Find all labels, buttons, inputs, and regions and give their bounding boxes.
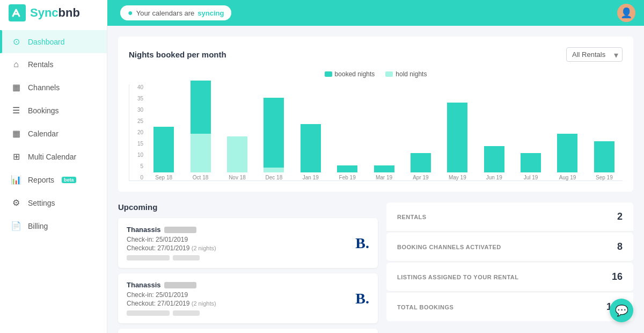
chart-title: Nights booked per month [129, 50, 226, 59]
stat-value-1: 8 [617, 241, 623, 252]
legend-booked-dot [325, 71, 332, 77]
booking-checkin-1: Check-in: 25/01/2019 [127, 291, 355, 299]
bar-label: May 19 [449, 175, 466, 180]
upcoming-title: Upcoming [118, 202, 378, 212]
booking-name-0: Thanassis [127, 226, 355, 234]
bar-group: Oct 18 [182, 84, 218, 180]
sidebar-item-settings[interactable]: ⚙ Settings [0, 191, 107, 214]
chart-filter-select[interactable]: All Rentals [566, 47, 623, 62]
upcoming-section: Upcoming Thanassis Check-in: 25/01/2019 … [118, 202, 378, 333]
bar-hold [227, 136, 247, 173]
tag-blur-3 [127, 310, 170, 316]
bar-label: Nov 18 [229, 175, 246, 180]
bar-label: Apr 19 [413, 175, 428, 180]
bar-label: Dec 18 [266, 175, 283, 180]
bar-group: Dec 18 [255, 84, 292, 180]
legend-hold-label: hold nights [396, 70, 427, 78]
tag-blur-1 [127, 255, 170, 260]
legend-hold: hold nights [385, 70, 427, 78]
name-blur-1 [164, 282, 196, 288]
chat-button[interactable]: 💬 [610, 299, 633, 322]
bar-booked [557, 134, 577, 172]
nights-badge-0: (2 nights) [192, 245, 216, 251]
bar-booked [411, 153, 431, 172]
stat-value-2: 16 [612, 271, 623, 283]
bar-group: Jul 19 [513, 84, 549, 180]
stat-card-2: LISTINGS ASSIGNED TO YOUR RENTAL16 [386, 263, 633, 292]
y-axis: 0510152025303540 [129, 84, 143, 180]
bar-booked [484, 146, 504, 173]
bottom-section: Upcoming Thanassis Check-in: 25/01/2019 … [118, 202, 633, 333]
sync-status: syncing [197, 9, 224, 17]
sidebar: ⊙ Dashboard ⌂ Rentals ▦ Channels ☰ Booki… [0, 26, 107, 333]
sidebar-item-reports[interactable]: 📊 Reports beta [0, 168, 107, 191]
y-axis-label: 35 [129, 96, 143, 102]
bar-label: Jun 19 [486, 175, 502, 180]
sidebar-item-calendar[interactable]: ▦ Calendar [0, 122, 107, 145]
dashboard-icon: ⊙ [11, 37, 21, 47]
beta-badge: beta [62, 177, 76, 183]
sidebar-item-multi-calendar[interactable]: ⊞ Multi Calendar [0, 145, 107, 168]
sidebar-item-billing[interactable]: 📄 Billing [0, 214, 107, 237]
bar-group: May 19 [439, 84, 475, 180]
stats-container: RENTALS2BOOKING CHANNELS ACTIVATED8LISTI… [386, 202, 633, 321]
sidebar-label-multi-calendar: Multi Calendar [28, 153, 76, 161]
bar-group: Apr 19 [402, 84, 439, 180]
bar-booked [301, 124, 321, 172]
booking-card-0: Thanassis Check-in: 25/01/2019 Checkout:… [118, 218, 378, 268]
sidebar-label-channels: Channels [28, 83, 60, 92]
y-axis-label: 20 [129, 129, 143, 135]
sidebar-item-bookings[interactable]: ☰ Bookings [0, 99, 107, 122]
stat-card-3: TOTAL BOOKINGS159 [386, 293, 633, 321]
chart-legend: booked nights hold nights [129, 70, 623, 78]
booking-card-2: ΑΡΙΣΤΕΙΔΗΣ Check-in: 22/02/2019 Checkout… [118, 329, 378, 333]
logo-area: Syncbnb [0, 0, 107, 26]
bar-booked [594, 141, 614, 173]
bar-label: Sep 19 [596, 175, 613, 180]
legend-booked-label: booked nights [335, 70, 375, 78]
sync-badge: ● Your calendars are syncing [120, 5, 231, 20]
booking-checkin-0: Check-in: 25/01/2019 [127, 236, 355, 243]
booking-logo-0: B. [355, 235, 369, 252]
stat-label-0: RENTALS [397, 214, 427, 220]
booking-name-1: Thanassis [127, 281, 355, 289]
booking-info-1: Thanassis Check-in: 25/01/2019 Checkout:… [127, 281, 355, 316]
billing-icon: 📄 [11, 221, 21, 231]
stat-label-3: TOTAL BOOKINGS [397, 304, 453, 310]
multi-calendar-icon: ⊞ [11, 151, 21, 162]
stat-card-0: RENTALS2 [386, 202, 633, 231]
bookings-icon: ☰ [11, 105, 21, 115]
bar-group: Feb 19 [329, 84, 365, 180]
bar-label: Oct 18 [193, 175, 208, 180]
bar-label: Feb 19 [339, 175, 356, 180]
y-axis-label: 10 [129, 152, 143, 158]
chart-section: Nights booked per month All Rentals book… [118, 37, 633, 192]
bar-label: Mar 19 [376, 175, 392, 180]
logo-name: Syncbnb [30, 6, 80, 20]
bar-hold [264, 168, 284, 172]
legend-hold-dot [385, 71, 393, 77]
sidebar-label-dashboard: Dashboard [28, 38, 65, 46]
booking-checkout-1: Checkout: 27/01/2019 (2 nights) [127, 300, 355, 307]
y-axis-label: 40 [129, 84, 143, 90]
chart-header: Nights booked per month All Rentals [129, 47, 623, 62]
booking-logo-1: B. [355, 290, 369, 307]
bar-group: Aug 19 [549, 84, 586, 180]
sidebar-label-calendar: Calendar [28, 129, 58, 138]
bar-booked [374, 165, 394, 173]
user-avatar[interactable]: 👤 [617, 4, 635, 22]
sidebar-item-dashboard[interactable]: ⊙ Dashboard [0, 30, 107, 53]
sidebar-item-rentals[interactable]: ⌂ Rentals [0, 53, 107, 76]
nights-badge-1: (2 nights) [192, 300, 216, 307]
stat-value-0: 2 [617, 211, 623, 222]
bar-label: Jul 19 [524, 175, 538, 180]
sidebar-item-channels[interactable]: ▦ Channels [0, 76, 107, 99]
content-area: Nights booked per month All Rentals book… [107, 26, 644, 333]
bar-booked [521, 153, 541, 172]
stat-label-2: LISTINGS ASSIGNED TO YOUR RENTAL [397, 274, 518, 280]
topbar: Syncbnb ● Your calendars are syncing 👤 [0, 0, 644, 26]
reports-icon: 📊 [11, 175, 21, 185]
sidebar-label-bookings: Bookings [28, 106, 59, 115]
legend-booked: booked nights [325, 70, 375, 78]
sidebar-label-billing: Billing [28, 222, 48, 230]
